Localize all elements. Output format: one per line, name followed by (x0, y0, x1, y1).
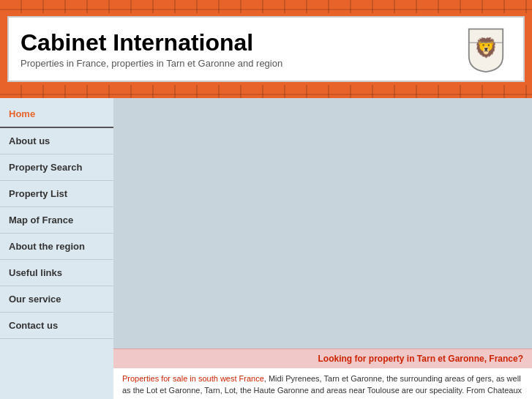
sidebar-item-property-list[interactable]: Property List (0, 181, 113, 207)
svg-text:🦁: 🦁 (474, 36, 498, 59)
sidebar-item-home[interactable]: Home (0, 101, 113, 128)
sidebar-item-contact-us[interactable]: Contact us (0, 313, 113, 339)
sidebar-item-useful-links[interactable]: Useful links (0, 260, 113, 286)
sidebar-item-about-us[interactable]: About us (0, 128, 113, 154)
sidebar-item-map-of-france[interactable]: Map of France (0, 207, 113, 234)
body-link[interactable]: Properties for sale in south west France (122, 374, 264, 383)
brick-border-bottom (0, 85, 532, 98)
content-area: Looking for property in Tarn et Garonne,… (113, 98, 532, 399)
header-text: Cabinet International Properties in Fran… (20, 29, 460, 69)
sidebar-item-property-search[interactable]: Property Search (0, 154, 113, 181)
main-layout: Home About us Property Search Property L… (0, 98, 532, 399)
header-logo: 🦁 (460, 23, 512, 75)
bottom-text-area: Properties for sale in south west France… (113, 368, 532, 400)
brick-border-top (0, 0, 532, 13)
banner-text: Looking for property in Tarn et Garonne,… (318, 354, 523, 364)
sidebar: Home About us Property Search Property L… (0, 98, 113, 399)
header-wrapper: Cabinet International Properties in Fran… (0, 13, 532, 85)
banner-strip: Looking for property in Tarn et Garonne,… (113, 348, 532, 368)
sidebar-item-our-service[interactable]: Our service (0, 286, 113, 313)
sidebar-item-about-the-region[interactable]: About the region (0, 234, 113, 260)
site-title: Cabinet International (20, 29, 460, 56)
header-inner: Cabinet International Properties in Fran… (7, 16, 525, 82)
content-main (113, 98, 532, 348)
shield-icon: 🦁 (464, 26, 508, 73)
site-subtitle: Properties in France, properties in Tarn… (20, 58, 460, 69)
